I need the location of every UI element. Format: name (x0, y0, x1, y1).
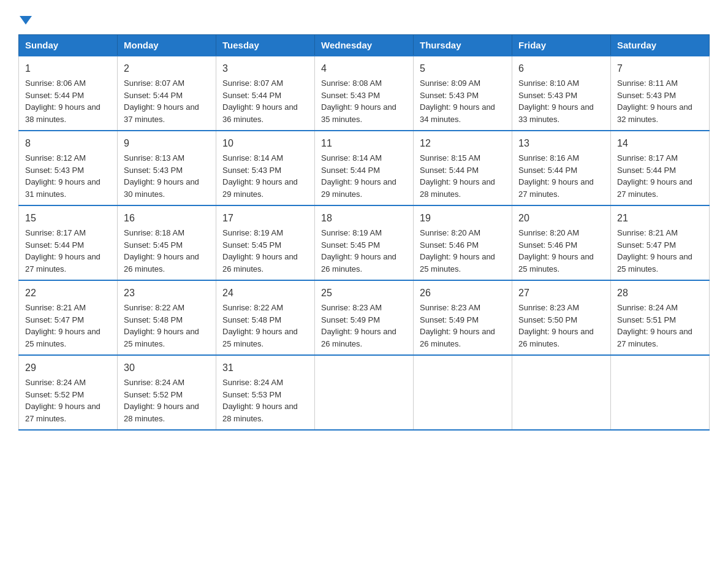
calendar-cell: 6 Sunrise: 8:10 AM Sunset: 5:43 PM Dayli… (512, 56, 611, 131)
day-sunrise: Sunrise: 8:07 AM (124, 79, 184, 88)
day-sunrise: Sunrise: 8:15 AM (420, 153, 480, 163)
day-daylight: Daylight: 9 hours and 26 minutes. (518, 327, 594, 348)
day-sunset: Sunset: 5:46 PM (518, 240, 577, 250)
day-daylight: Daylight: 9 hours and 25 minutes. (518, 252, 594, 274)
calendar-cell: 9 Sunrise: 8:13 AM Sunset: 5:43 PM Dayli… (118, 131, 216, 205)
calendar-cell (414, 355, 512, 430)
day-number: 22 (25, 286, 111, 301)
day-number: 19 (420, 211, 506, 226)
day-daylight: Daylight: 9 hours and 28 minutes. (420, 177, 495, 199)
day-sunset: Sunset: 5:52 PM (124, 390, 183, 399)
day-daylight: Daylight: 9 hours and 27 minutes. (25, 252, 100, 274)
day-sunset: Sunset: 5:43 PM (617, 91, 676, 100)
day-sunset: Sunset: 5:44 PM (420, 166, 479, 175)
day-daylight: Daylight: 9 hours and 31 minutes. (25, 177, 100, 199)
day-sunset: Sunset: 5:44 PM (25, 91, 84, 100)
day-daylight: Daylight: 9 hours and 27 minutes. (518, 177, 594, 199)
day-number: 29 (25, 361, 111, 375)
day-daylight: Daylight: 9 hours and 26 minutes. (124, 252, 199, 274)
calendar-cell: 21 Sunrise: 8:21 AM Sunset: 5:47 PM Dayl… (611, 205, 710, 280)
calendar-cell: 27 Sunrise: 8:23 AM Sunset: 5:50 PM Dayl… (512, 280, 611, 355)
day-sunset: Sunset: 5:44 PM (321, 166, 380, 175)
day-daylight: Daylight: 9 hours and 36 minutes. (222, 102, 298, 124)
day-sunrise: Sunrise: 8:24 AM (25, 378, 86, 387)
calendar-cell: 24 Sunrise: 8:22 AM Sunset: 5:48 PM Dayl… (216, 280, 315, 355)
day-sunset: Sunset: 5:49 PM (420, 315, 479, 324)
day-daylight: Daylight: 9 hours and 30 minutes. (124, 177, 199, 199)
day-number: 6 (518, 61, 604, 76)
day-sunrise: Sunrise: 8:19 AM (321, 228, 382, 237)
day-sunrise: Sunrise: 8:09 AM (420, 79, 480, 88)
calendar-cell: 5 Sunrise: 8:09 AM Sunset: 5:43 PM Dayli… (414, 56, 512, 131)
day-sunrise: Sunrise: 8:16 AM (518, 153, 579, 163)
day-sunset: Sunset: 5:44 PM (25, 240, 84, 250)
day-number: 20 (518, 211, 604, 226)
weekday-header-saturday: Saturday (611, 35, 710, 56)
day-daylight: Daylight: 9 hours and 26 minutes. (321, 252, 396, 274)
day-sunset: Sunset: 5:45 PM (222, 240, 281, 250)
day-sunrise: Sunrise: 8:17 AM (617, 153, 678, 163)
day-sunrise: Sunrise: 8:22 AM (222, 303, 283, 312)
day-number: 23 (124, 286, 210, 301)
weekday-header-row: SundayMondayTuesdayWednesdayThursdayFrid… (19, 35, 710, 56)
day-daylight: Daylight: 9 hours and 29 minutes. (321, 177, 396, 199)
day-sunset: Sunset: 5:47 PM (617, 240, 676, 250)
day-sunrise: Sunrise: 8:10 AM (518, 79, 579, 88)
day-number: 14 (617, 136, 703, 151)
calendar-cell: 16 Sunrise: 8:18 AM Sunset: 5:45 PM Dayl… (118, 205, 216, 280)
day-sunrise: Sunrise: 8:20 AM (518, 228, 579, 237)
calendar-week-row: 22 Sunrise: 8:21 AM Sunset: 5:47 PM Dayl… (19, 280, 710, 355)
day-daylight: Daylight: 9 hours and 26 minutes. (420, 327, 495, 348)
day-sunrise: Sunrise: 8:24 AM (222, 378, 283, 387)
calendar-week-row: 15 Sunrise: 8:17 AM Sunset: 5:44 PM Dayl… (19, 205, 710, 280)
day-daylight: Daylight: 9 hours and 34 minutes. (420, 102, 495, 124)
calendar-cell: 25 Sunrise: 8:23 AM Sunset: 5:49 PM Dayl… (315, 280, 414, 355)
calendar-cell: 2 Sunrise: 8:07 AM Sunset: 5:44 PM Dayli… (118, 56, 216, 131)
calendar-cell: 20 Sunrise: 8:20 AM Sunset: 5:46 PM Dayl… (512, 205, 611, 280)
day-number: 28 (617, 286, 703, 301)
day-number: 9 (124, 136, 210, 151)
day-sunset: Sunset: 5:45 PM (321, 240, 380, 250)
day-sunrise: Sunrise: 8:08 AM (321, 79, 382, 88)
logo-arrow-icon (20, 16, 32, 25)
day-number: 24 (222, 286, 308, 301)
day-daylight: Daylight: 9 hours and 28 minutes. (222, 402, 298, 423)
day-daylight: Daylight: 9 hours and 38 minutes. (25, 102, 100, 124)
day-sunrise: Sunrise: 8:20 AM (420, 228, 480, 237)
day-sunrise: Sunrise: 8:23 AM (321, 303, 382, 312)
day-sunrise: Sunrise: 8:14 AM (222, 153, 283, 163)
calendar-cell: 29 Sunrise: 8:24 AM Sunset: 5:52 PM Dayl… (19, 355, 118, 430)
calendar-cell: 3 Sunrise: 8:07 AM Sunset: 5:44 PM Dayli… (216, 56, 315, 131)
day-daylight: Daylight: 9 hours and 28 minutes. (124, 402, 199, 423)
calendar-cell: 23 Sunrise: 8:22 AM Sunset: 5:48 PM Dayl… (118, 280, 216, 355)
day-sunset: Sunset: 5:51 PM (617, 315, 676, 324)
day-daylight: Daylight: 9 hours and 25 minutes. (25, 327, 100, 348)
day-daylight: Daylight: 9 hours and 25 minutes. (617, 252, 692, 274)
day-daylight: Daylight: 9 hours and 25 minutes. (222, 327, 298, 348)
day-number: 25 (321, 286, 407, 301)
day-daylight: Daylight: 9 hours and 37 minutes. (124, 102, 199, 124)
calendar-cell: 22 Sunrise: 8:21 AM Sunset: 5:47 PM Dayl… (19, 280, 118, 355)
day-sunrise: Sunrise: 8:06 AM (25, 79, 86, 88)
day-number: 15 (25, 211, 111, 226)
calendar-cell: 8 Sunrise: 8:12 AM Sunset: 5:43 PM Dayli… (19, 131, 118, 205)
calendar-cell: 7 Sunrise: 8:11 AM Sunset: 5:43 PM Dayli… (611, 56, 710, 131)
day-number: 4 (321, 61, 407, 76)
day-sunset: Sunset: 5:43 PM (518, 91, 577, 100)
calendar-cell: 17 Sunrise: 8:19 AM Sunset: 5:45 PM Dayl… (216, 205, 315, 280)
day-sunrise: Sunrise: 8:17 AM (25, 228, 86, 237)
day-daylight: Daylight: 9 hours and 27 minutes. (617, 327, 692, 348)
day-sunrise: Sunrise: 8:07 AM (222, 79, 283, 88)
day-sunrise: Sunrise: 8:19 AM (222, 228, 283, 237)
day-daylight: Daylight: 9 hours and 27 minutes. (617, 177, 692, 199)
calendar-cell: 28 Sunrise: 8:24 AM Sunset: 5:51 PM Dayl… (611, 280, 710, 355)
day-sunset: Sunset: 5:44 PM (124, 91, 183, 100)
day-daylight: Daylight: 9 hours and 33 minutes. (518, 102, 594, 124)
calendar-cell (315, 355, 414, 430)
day-sunrise: Sunrise: 8:24 AM (617, 303, 678, 312)
day-sunrise: Sunrise: 8:11 AM (617, 79, 678, 88)
day-daylight: Daylight: 9 hours and 26 minutes. (321, 327, 396, 348)
day-number: 17 (222, 211, 308, 226)
day-sunset: Sunset: 5:43 PM (420, 91, 479, 100)
day-number: 13 (518, 136, 604, 151)
